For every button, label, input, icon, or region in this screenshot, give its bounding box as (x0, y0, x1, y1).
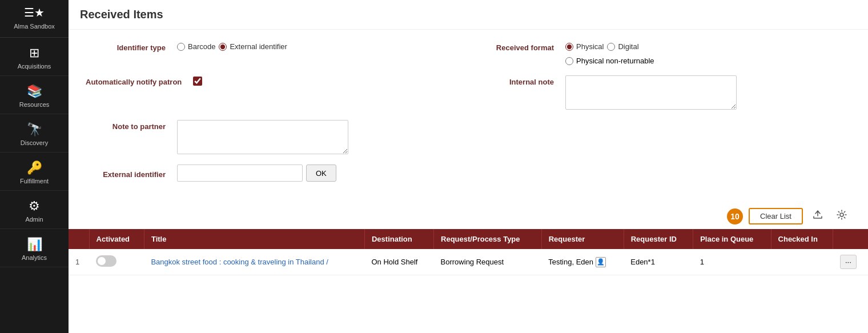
fulfillment-icon: 🔑 (27, 161, 42, 175)
digital-radio[interactable] (607, 43, 615, 51)
table-row: 1 Bangkok street food : cooking & travel… (69, 249, 868, 275)
external-identifier-row: External identifier OK (86, 165, 851, 182)
physical-non-returnable-radio[interactable] (565, 57, 573, 65)
svg-point-0 (840, 213, 843, 216)
external-identifier-radio-label[interactable]: External identifier (219, 42, 287, 51)
internal-note-label: Internal note (474, 75, 565, 86)
ok-button[interactable]: OK (306, 165, 336, 182)
col-checked-in: Checked In (771, 229, 833, 249)
col-title: Title (144, 229, 364, 249)
acquisitions-icon: ⊞ (29, 46, 39, 61)
col-place-in-queue: Place in Queue (693, 229, 771, 249)
identifier-type-label: Identifier type (86, 41, 177, 52)
row-num: 1 (69, 249, 89, 275)
received-format-label: Received format (474, 41, 565, 52)
sidebar-item-admin[interactable]: ⚙ Admin (0, 191, 69, 229)
external-identifier-input[interactable] (177, 165, 303, 182)
sidebar-item-discovery[interactable]: 🔭 Discovery (0, 114, 69, 153)
row-more-actions[interactable]: ··· (833, 249, 868, 275)
clear-list-button[interactable]: Clear List (749, 208, 803, 224)
row-request-type: Borrowing Request (434, 249, 542, 275)
admin-icon: ⚙ (29, 199, 40, 214)
discovery-icon: 🔭 (27, 122, 42, 137)
form-area: Identifier type Barcode External identif… (69, 30, 868, 203)
table-header-row: Activated Title Destination Request/Proc… (69, 229, 868, 249)
action-bar: 10 Clear List (69, 203, 868, 229)
physical-non-returnable-label: Physical non-returnable (576, 57, 654, 65)
export-icon (812, 209, 823, 220)
resources-icon: 📚 (27, 84, 42, 99)
sidebar-item-acquisitions[interactable]: ⊞ Acquisitions (0, 38, 69, 76)
app-name: Alma Sandbox (14, 23, 55, 30)
external-identifier-field-label: External identifier (86, 168, 177, 179)
title-link[interactable]: Bangkok street food : cooking & travelin… (151, 258, 328, 266)
row-activated[interactable] (89, 249, 144, 275)
main-content: Received Items Identifier type Barcode E… (69, 0, 868, 333)
analytics-icon: 📊 (27, 237, 42, 252)
auto-notify-checkbox[interactable] (193, 77, 202, 86)
page-title: Received Items (69, 0, 868, 30)
settings-icon (836, 209, 847, 220)
col-requester-id: Requester ID (624, 229, 693, 249)
auto-notify-label: Automatically notify patron (86, 75, 193, 86)
physical-radio[interactable] (565, 43, 573, 51)
row-place-in-queue: 1 (693, 249, 771, 275)
sidebar-item-label: Acquisitions (18, 63, 51, 70)
col-requester: Requester (541, 229, 624, 249)
user-icon: 👤 (596, 257, 606, 267)
count-badge: 10 (727, 208, 743, 224)
row-requester-id: Eden*1 (624, 249, 693, 275)
sidebar-item-label: Discovery (21, 139, 48, 146)
note-to-partner-row: Note to partner (86, 120, 851, 154)
auto-notify-row: Automatically notify patron Internal not… (86, 75, 851, 110)
received-format-controls: Physical Digital (565, 42, 639, 51)
identifier-type-controls: Barcode External identifier (177, 42, 287, 51)
more-actions-button[interactable]: ··· (840, 255, 857, 269)
sidebar: ☰★ Alma Sandbox ⊞ Acquisitions 📚 Resourc… (0, 0, 69, 333)
barcode-radio[interactable] (177, 43, 185, 51)
sidebar-item-label: Fulfillment (20, 178, 49, 184)
identifier-type-row: Identifier type Barcode External identif… (86, 41, 851, 65)
settings-icon-button[interactable] (833, 208, 851, 224)
col-activated (69, 229, 89, 249)
row-destination: On Hold Shelf (364, 249, 433, 275)
activated-toggle[interactable] (96, 255, 116, 267)
row-title: Bangkok street food : cooking & travelin… (144, 249, 364, 275)
col-actions (833, 229, 868, 249)
sidebar-item-resources[interactable]: 📚 Resources (0, 76, 69, 114)
row-checked-in (771, 249, 833, 275)
digital-radio-label[interactable]: Digital (607, 42, 638, 51)
export-icon-button[interactable] (809, 208, 827, 224)
sidebar-item-label: Resources (19, 101, 50, 108)
app-icon: ☰★ (0, 6, 69, 19)
sidebar-item-fulfillment[interactable]: 🔑 Fulfillment (0, 153, 69, 191)
internal-note-textarea[interactable] (565, 75, 737, 110)
auto-notify-controls (193, 77, 202, 86)
sidebar-header[interactable]: ☰★ Alma Sandbox (0, 0, 69, 38)
physical-radio-label[interactable]: Physical (565, 42, 604, 51)
col-request-type: Request/Process Type (434, 229, 542, 249)
note-to-partner-label: Note to partner (86, 120, 177, 131)
col-activated-label: Activated (89, 229, 144, 249)
note-to-partner-textarea[interactable] (177, 120, 348, 154)
sidebar-item-label: Admin (25, 216, 43, 223)
external-identifier-radio[interactable] (219, 43, 227, 51)
row-requester: Testing, Eden 👤 (541, 249, 624, 275)
sidebar-item-analytics[interactable]: 📊 Analytics (0, 229, 69, 267)
barcode-radio-label[interactable]: Barcode (177, 42, 215, 51)
items-table: Activated Title Destination Request/Proc… (69, 229, 868, 275)
sidebar-item-label: Analytics (22, 254, 47, 261)
col-destination: Destination (364, 229, 433, 249)
